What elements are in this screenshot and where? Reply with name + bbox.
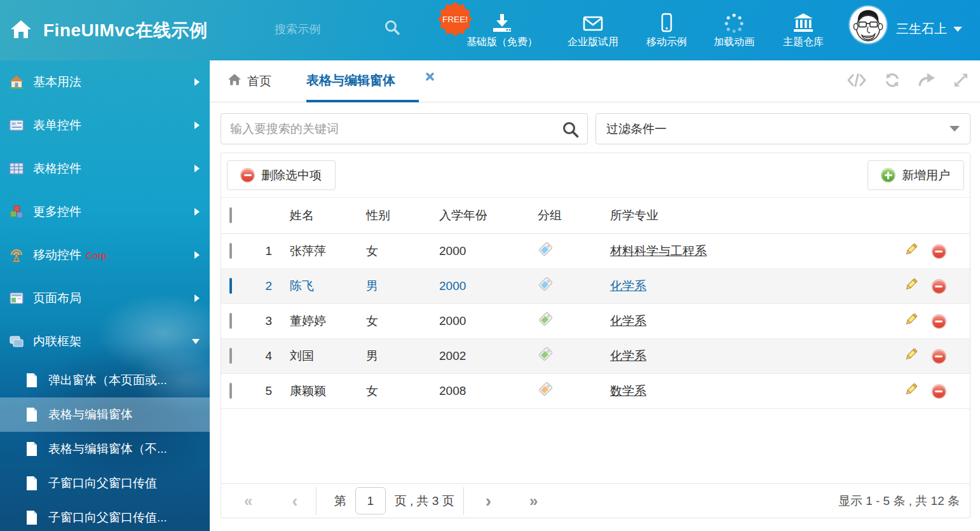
nav-theme-repo[interactable]: 主题仓库 bbox=[783, 9, 824, 49]
filter-dropdown[interactable]: 过滤条件一 bbox=[595, 113, 970, 144]
edit-icon[interactable] bbox=[904, 242, 918, 260]
nav-mobile-demo[interactable]: 移动示例 bbox=[646, 9, 687, 49]
table-row[interactable]: 3 董婷婷 女 2000 化学系 bbox=[221, 304, 970, 339]
select-all-checkbox[interactable] bbox=[229, 207, 232, 223]
tag-icon bbox=[538, 242, 552, 260]
major-link[interactable]: 数学系 bbox=[610, 384, 646, 397]
tab-grid-edit-window[interactable]: 表格与编辑窗体 bbox=[306, 60, 419, 102]
table-icon bbox=[9, 161, 24, 176]
header-search-input[interactable]: 搜索示例 bbox=[275, 22, 320, 37]
code-icon[interactable] bbox=[847, 73, 866, 90]
delete-icon[interactable] bbox=[932, 245, 946, 258]
table-row[interactable]: 4 刘国 男 2002 化学系 bbox=[221, 339, 970, 374]
delete-icon[interactable] bbox=[932, 385, 946, 398]
tab-home[interactable]: 首页 bbox=[228, 60, 271, 102]
sidebar-subitem-child-to-parent-2[interactable]: 子窗口向父窗口传值... bbox=[0, 500, 210, 531]
search-icon[interactable] bbox=[562, 121, 579, 141]
delete-icon[interactable] bbox=[932, 350, 946, 363]
sidebar-item-grid-controls[interactable]: 表格控件 bbox=[0, 147, 210, 190]
col-name[interactable]: 姓名 bbox=[290, 207, 366, 224]
tag-icon bbox=[538, 347, 552, 365]
home-icon[interactable] bbox=[10, 19, 32, 42]
col-group[interactable]: 分组 bbox=[538, 207, 610, 224]
chevron-right-icon bbox=[194, 165, 200, 172]
chevron-right-icon bbox=[194, 121, 200, 129]
major-link[interactable]: 化学系 bbox=[610, 349, 646, 362]
row-checkbox[interactable] bbox=[229, 313, 232, 329]
col-year[interactable]: 入学年份 bbox=[439, 207, 538, 224]
sidebar-item-page-layout[interactable]: 页面布局 bbox=[0, 277, 210, 320]
sidebar-item-iframe[interactable]: 内联框架 bbox=[0, 320, 210, 363]
col-gender[interactable]: 性别 bbox=[366, 207, 439, 224]
nav-basic-free[interactable]: 基础版（免费） bbox=[466, 9, 538, 49]
sidebar-item-basic-usage[interactable]: 基本用法 bbox=[0, 60, 210, 104]
first-page-button[interactable]: « bbox=[244, 492, 252, 510]
chevron-down-icon bbox=[192, 339, 200, 344]
frames-icon bbox=[9, 334, 24, 349]
row-checkbox[interactable] bbox=[229, 383, 232, 399]
major-link[interactable]: 材料科学与工程系 bbox=[610, 244, 707, 258]
sidebar-subitem-popup-window[interactable]: 弹出窗体（本页面或... bbox=[0, 363, 210, 397]
minus-icon bbox=[241, 169, 254, 182]
delete-icon[interactable] bbox=[932, 315, 946, 328]
avatar[interactable] bbox=[850, 6, 887, 43]
nav-enterprise-trial[interactable]: 企业版试用 bbox=[568, 9, 618, 49]
page-label-prefix: 第 bbox=[334, 493, 346, 509]
sidebar-item-more-controls[interactable]: 更多控件 bbox=[0, 190, 210, 233]
app-title: FineUIMvc在线示例 bbox=[43, 18, 208, 43]
major-link[interactable]: 化学系 bbox=[610, 314, 646, 328]
chevron-down-icon bbox=[953, 27, 962, 32]
filter-dropdown-value: 过滤条件一 bbox=[606, 121, 667, 137]
bank-icon bbox=[783, 9, 824, 33]
file-icon bbox=[25, 373, 38, 388]
page-label-suffix: 页 , 共 3 页 bbox=[395, 493, 454, 509]
search-icon[interactable] bbox=[384, 19, 400, 38]
col-major[interactable]: 所学专业 bbox=[610, 207, 897, 224]
row-checkbox[interactable] bbox=[229, 348, 232, 364]
chevron-right-icon bbox=[194, 251, 200, 259]
edit-icon[interactable] bbox=[904, 277, 918, 295]
major-link[interactable]: 化学系 bbox=[610, 279, 646, 293]
delete-icon[interactable] bbox=[932, 280, 946, 293]
layout-icon bbox=[9, 291, 24, 306]
last-page-button[interactable]: » bbox=[529, 492, 538, 510]
edit-icon[interactable] bbox=[904, 312, 918, 330]
record-count-info: 显示 1 - 5 条 , 共 12 条 bbox=[838, 493, 960, 509]
tag-icon bbox=[538, 277, 552, 295]
row-checkbox[interactable] bbox=[229, 243, 232, 259]
file-icon bbox=[25, 476, 38, 491]
plus-icon bbox=[881, 169, 895, 182]
sidebar-subitem-grid-edit-window[interactable]: 表格与编辑窗体 bbox=[0, 397, 210, 432]
expand-icon[interactable] bbox=[953, 72, 969, 90]
prev-page-button[interactable]: ‹ bbox=[292, 492, 297, 510]
file-icon bbox=[25, 510, 38, 525]
spinner-icon bbox=[714, 9, 754, 33]
user-grid-panel: 删除选中项 新增用户 姓名 性别 入学年份 分组 所学专业 1 张萍萍 女 20… bbox=[221, 153, 970, 518]
table-row[interactable]: 2 陈飞 男 2000 化学系 bbox=[221, 269, 970, 304]
keyword-search-input[interactable] bbox=[221, 114, 587, 144]
sidebar-subitem-grid-edit-window-no[interactable]: 表格与编辑窗体（不... bbox=[0, 432, 210, 466]
delete-selected-button[interactable]: 删除选中项 bbox=[227, 160, 336, 190]
edit-icon[interactable] bbox=[904, 347, 918, 365]
sidebar-subitem-child-to-parent[interactable]: 子窗口向父窗口传值 bbox=[0, 466, 210, 500]
grid-toolbar: 删除选中项 新增用户 bbox=[221, 153, 970, 197]
add-user-button[interactable]: 新增用户 bbox=[868, 160, 964, 190]
tag-icon bbox=[538, 312, 552, 330]
table-row[interactable]: 1 张萍萍 女 2000 材料科学与工程系 bbox=[221, 234, 970, 269]
sidebar-item-form-controls[interactable]: 表单控件 bbox=[0, 104, 210, 147]
sidebar-item-mobile-controls[interactable]: 移动控件 Corp. bbox=[0, 233, 210, 277]
next-page-button[interactable]: › bbox=[486, 492, 491, 510]
mobile-icon bbox=[646, 9, 687, 33]
tab-bar: 首页 表格与编辑窗体 bbox=[210, 60, 980, 102]
close-icon[interactable] bbox=[426, 69, 434, 84]
edit-icon[interactable] bbox=[904, 382, 918, 400]
user-menu[interactable]: 三生石上 bbox=[896, 20, 962, 38]
table-row[interactable]: 5 康颖颖 女 2008 数学系 bbox=[221, 374, 970, 409]
share-icon[interactable] bbox=[918, 72, 936, 90]
refresh-icon[interactable] bbox=[884, 72, 901, 90]
nav-loading-anim[interactable]: 加载动画 bbox=[714, 9, 754, 49]
table-header: 姓名 性别 入学年份 分组 所学专业 bbox=[221, 197, 970, 234]
page-number-input[interactable] bbox=[355, 487, 386, 514]
envelope-icon bbox=[568, 9, 618, 33]
row-checkbox[interactable] bbox=[229, 278, 232, 294]
